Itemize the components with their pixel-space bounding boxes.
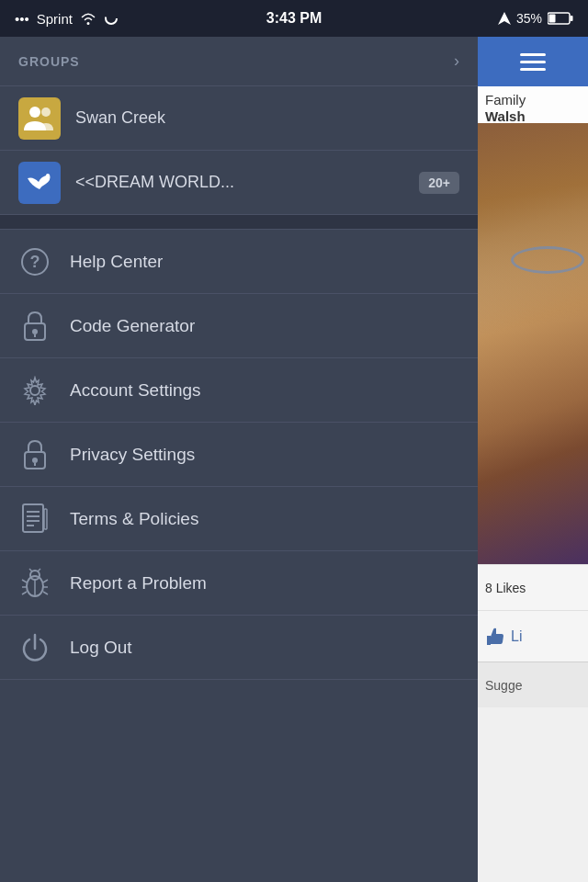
privacy-settings-label: Privacy Settings (70, 445, 195, 465)
svg-line-30 (43, 580, 48, 582)
status-bar: ••• Sprint 3:43 PM 35% (0, 0, 588, 37)
wifi-icon (80, 12, 96, 25)
bird-icon (24, 169, 55, 197)
log-out-label: Log Out (70, 638, 132, 658)
location-icon (498, 12, 511, 25)
menu-item-terms-policies[interactable]: Terms & Policies (0, 487, 478, 551)
menu-item-account-settings[interactable]: Account Settings (0, 358, 478, 423)
gear-icon (18, 374, 51, 407)
menu-item-report-problem[interactable]: Report a Problem (0, 551, 478, 616)
hamburger-icon (520, 53, 546, 71)
thumbs-up-icon (485, 627, 505, 647)
hamburger-line-1 (520, 53, 546, 56)
svg-line-27 (22, 580, 27, 582)
like-button-label: Li (511, 628, 522, 645)
swan-creek-icon (18, 97, 61, 140)
svg-rect-22 (44, 509, 47, 529)
terms-policies-label: Terms & Policies (70, 509, 198, 529)
family-label: Family (485, 92, 526, 107)
section-spacer (0, 215, 478, 230)
svg-point-11 (32, 329, 38, 334)
loading-icon (104, 11, 119, 26)
profile-photo (478, 123, 588, 564)
family-name-text: Family Walsh (485, 92, 581, 125)
hamburger-line-2 (520, 61, 546, 63)
svg-point-15 (32, 458, 38, 463)
help-center-label: Help Center (70, 252, 163, 272)
group-item-dream-world[interactable]: <<DREAM WORLD... 20+ (0, 151, 478, 215)
hamburger-button[interactable] (478, 37, 588, 86)
menu-item-help-center[interactable]: ? Help Center (0, 230, 478, 294)
battery-percentage: 35% (516, 11, 542, 26)
dream-world-icon (18, 162, 61, 204)
battery-icon (548, 12, 573, 25)
svg-line-26 (38, 569, 40, 571)
svg-point-6 (41, 107, 51, 117)
status-left: ••• Sprint (15, 11, 119, 27)
groups-label: GROUPS (18, 54, 80, 69)
menu-item-code-generator[interactable]: Code Generator (0, 294, 478, 358)
likes-area: 8 Likes (478, 564, 588, 610)
left-panel: GROUPS › Swan Creek (0, 37, 478, 882)
status-right: 35% (498, 11, 573, 26)
bug-icon (18, 567, 51, 600)
dream-world-name: <<DREAM WORLD... (75, 173, 404, 192)
svg-line-29 (22, 592, 27, 594)
swan-creek-name: Swan Creek (75, 108, 459, 128)
signal-strength: ••• (15, 11, 29, 27)
svg-rect-4 (549, 15, 556, 23)
doc-icon (18, 503, 51, 536)
svg-point-13 (30, 386, 40, 395)
svg-point-7 (46, 174, 50, 177)
power-icon (18, 631, 51, 664)
right-panel: Family Walsh 8 Likes Li (478, 37, 588, 882)
svg-rect-3 (571, 16, 573, 21)
menu-item-log-out[interactable]: Log Out (0, 616, 478, 680)
svg-marker-1 (498, 12, 511, 25)
walsh-label: Walsh (485, 108, 526, 124)
report-problem-label: Report a Problem (70, 573, 207, 594)
suggest-area[interactable]: Sugge (478, 662, 588, 707)
question-icon: ? (18, 245, 51, 278)
like-button-area[interactable]: Li (478, 610, 588, 662)
svg-rect-17 (23, 504, 43, 532)
menu-item-privacy-settings[interactable]: Privacy Settings (0, 423, 478, 487)
groups-header[interactable]: GROUPS › (0, 37, 478, 86)
groups-arrow: › (454, 51, 459, 71)
status-time: 3:43 PM (266, 10, 322, 27)
svg-line-25 (29, 569, 32, 571)
hamburger-line-3 (520, 68, 546, 71)
dream-world-badge: 20+ (419, 172, 459, 194)
svg-point-0 (106, 13, 117, 24)
svg-point-5 (29, 107, 40, 118)
svg-line-32 (43, 592, 48, 594)
code-generator-label: Code Generator (70, 316, 195, 336)
main-layout: GROUPS › Swan Creek (0, 37, 588, 882)
likes-count: 8 Likes (485, 581, 526, 595)
carrier-name: Sprint (37, 11, 73, 27)
svg-text:?: ? (30, 253, 40, 271)
lock-icon (18, 310, 51, 343)
group-item-swan-creek[interactable]: Swan Creek (0, 86, 478, 151)
privacy-lock-icon (18, 438, 51, 471)
account-settings-label: Account Settings (70, 380, 201, 401)
people-icon (24, 105, 55, 132)
suggest-label: Sugge (485, 678, 522, 693)
